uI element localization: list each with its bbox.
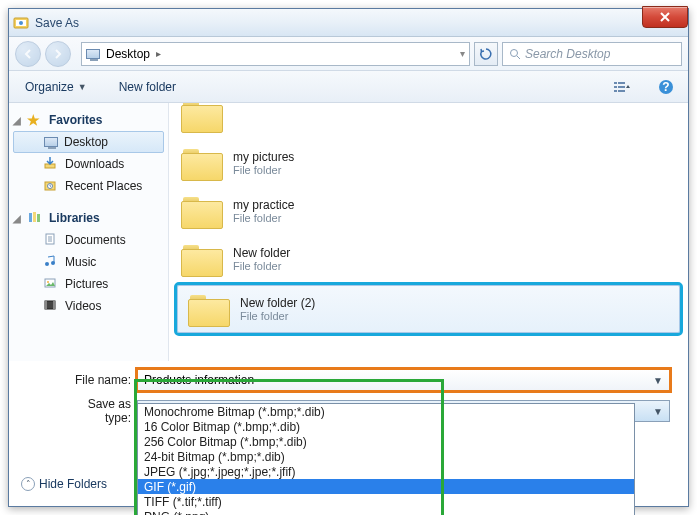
search-input[interactable]: Search Desktop (502, 42, 682, 66)
collapse-icon: ◢ (13, 213, 21, 224)
window-title: Save As (35, 16, 79, 30)
svg-text:?: ? (662, 80, 669, 94)
list-item[interactable]: New folder File folder (169, 235, 688, 283)
desktop-icon (86, 49, 100, 59)
navigation-bar: Desktop ▸ ▾ Search Desktop (9, 37, 688, 71)
favorites-header[interactable]: ◢ ★ Favorites (9, 109, 168, 131)
search-placeholder: Search Desktop (525, 47, 610, 61)
filetype-option[interactable]: Monochrome Bitmap (*.bmp;*.dib) (138, 404, 634, 419)
sidebar-item-recent[interactable]: Recent Places (9, 175, 168, 197)
svg-rect-7 (614, 86, 617, 88)
breadcrumb-location[interactable]: Desktop (106, 47, 150, 61)
savetype-dropdown[interactable]: Monochrome Bitmap (*.bmp;*.dib) 16 Color… (137, 403, 635, 515)
chevron-up-icon: ˄ (21, 477, 35, 491)
toolbar: Organize ▼ New folder ? (9, 71, 688, 103)
refresh-button[interactable] (474, 42, 498, 66)
pictures-icon (43, 276, 59, 292)
forward-button[interactable] (45, 41, 71, 67)
address-bar[interactable]: Desktop ▸ ▾ (81, 42, 470, 66)
chevron-down-icon: ▼ (78, 82, 87, 92)
libraries-icon (27, 210, 43, 226)
app-icon (13, 15, 29, 31)
folder-icon (181, 193, 223, 229)
sidebar-item-pictures[interactable]: Pictures (9, 273, 168, 295)
downloads-icon (43, 156, 59, 172)
svg-point-26 (47, 281, 49, 283)
sidebar-item-videos[interactable]: Videos (9, 295, 168, 317)
filename-input[interactable]: Products information ▼ (137, 369, 670, 391)
folder-icon (181, 145, 223, 181)
svg-point-24 (51, 261, 55, 265)
filetype-option[interactable]: TIFF (*.tif;*.tiff) (138, 494, 634, 509)
collapse-icon: ◢ (13, 115, 21, 126)
filename-row: File name: Products information ▼ (59, 369, 670, 391)
filetype-option[interactable]: 256 Color Bitmap (*.bmp;*.dib) (138, 434, 634, 449)
star-icon: ★ (27, 112, 43, 128)
svg-rect-17 (33, 212, 36, 222)
recent-icon (43, 178, 59, 194)
svg-rect-16 (29, 213, 32, 222)
back-button[interactable] (15, 41, 41, 67)
titlebar: Save As (9, 9, 688, 37)
filetype-option-selected[interactable]: GIF (*.gif) (138, 479, 634, 494)
search-icon (509, 48, 521, 60)
filetype-option[interactable]: 16 Color Bitmap (*.bmp;*.dib) (138, 419, 634, 434)
view-options-button[interactable] (608, 75, 636, 99)
chevron-down-icon[interactable]: ▼ (653, 375, 663, 386)
videos-icon (43, 298, 59, 314)
filename-label: File name: (59, 373, 131, 387)
help-button[interactable]: ? (652, 75, 680, 99)
music-icon (43, 254, 59, 270)
svg-rect-29 (53, 301, 55, 309)
svg-rect-8 (618, 86, 625, 88)
sidebar-item-downloads[interactable]: Downloads (9, 153, 168, 175)
chevron-down-icon[interactable]: ▾ (460, 48, 465, 59)
folder-icon (181, 103, 223, 133)
file-list[interactable]: my pictures File folder my practice File… (169, 103, 688, 361)
svg-line-4 (517, 56, 520, 59)
body-split: ◢ ★ Favorites Desktop Downloads Recent P… (9, 103, 688, 361)
libraries-header[interactable]: ◢ Libraries (9, 207, 168, 229)
list-item[interactable]: my practice File folder (169, 187, 688, 235)
svg-rect-6 (618, 82, 625, 84)
svg-rect-10 (618, 90, 625, 92)
folder-icon (188, 291, 230, 327)
close-button[interactable] (642, 6, 688, 28)
list-item[interactable]: my pictures File folder (169, 139, 688, 187)
organize-menu[interactable]: Organize ▼ (17, 76, 95, 98)
desktop-icon (44, 137, 58, 147)
sidebar-item-documents[interactable]: Documents (9, 229, 168, 251)
list-item[interactable] (169, 103, 688, 139)
filetype-option[interactable]: JPEG (*.jpg;*.jpeg;*.jpe;*.jfif) (138, 464, 634, 479)
sidebar-item-desktop[interactable]: Desktop (13, 131, 164, 153)
svg-rect-28 (45, 301, 47, 309)
documents-icon (43, 232, 59, 248)
svg-point-23 (45, 262, 49, 266)
navigation-pane: ◢ ★ Favorites Desktop Downloads Recent P… (9, 103, 169, 361)
sidebar-item-music[interactable]: Music (9, 251, 168, 273)
svg-rect-5 (614, 82, 617, 84)
hide-folders-button[interactable]: ˄ Hide Folders (21, 477, 107, 491)
filetype-option[interactable]: 24-bit Bitmap (*.bmp;*.dib) (138, 449, 634, 464)
new-folder-button[interactable]: New folder (111, 76, 184, 98)
svg-rect-9 (614, 90, 617, 92)
list-item-selected[interactable]: New folder (2) File folder (177, 285, 680, 333)
savetype-label: Save as type: (59, 397, 131, 425)
svg-point-2 (19, 21, 23, 25)
chevron-down-icon[interactable]: ▼ (653, 406, 663, 417)
save-as-dialog: Save As Desktop ▸ ▾ Search Desktop Organ… (8, 8, 689, 507)
breadcrumb-separator[interactable]: ▸ (156, 48, 161, 59)
svg-point-3 (511, 49, 518, 56)
svg-rect-18 (37, 214, 40, 222)
folder-icon (181, 241, 223, 277)
